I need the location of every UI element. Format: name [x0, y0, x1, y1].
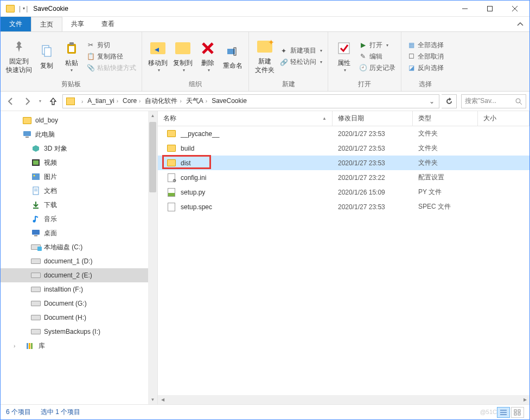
tab-file[interactable]: 文件: [1, 17, 31, 31]
pc-icon: [22, 130, 32, 139]
newfolder-icon: ✦: [256, 38, 273, 55]
newitem-button[interactable]: ✦新建项目: [279, 46, 322, 55]
scroll-down[interactable]: ▼: [148, 395, 157, 404]
copy-button[interactable]: 复制: [34, 36, 59, 77]
tab-view[interactable]: 查看: [93, 17, 123, 31]
copyto-button[interactable]: 复制到: [170, 36, 195, 77]
tree-item[interactable]: 此电脑: [1, 127, 157, 141]
scroll-thumb[interactable]: [149, 122, 156, 192]
tree-item[interactable]: 文档: [1, 184, 157, 198]
moveto-button[interactable]: 移动到: [145, 36, 170, 77]
svg-rect-38: [518, 413, 520, 415]
tree-item[interactable]: ›库: [1, 339, 157, 353]
crumb-root-chev[interactable]: ›: [77, 98, 85, 105]
recent-dropdown[interactable]: ▾: [36, 94, 44, 108]
scroll-left[interactable]: ◀: [158, 397, 167, 402]
easyaccess-button[interactable]: 🔗轻松访问: [279, 57, 322, 67]
svg-rect-5: [44, 48, 51, 56]
edit-button[interactable]: ✎编辑: [359, 52, 395, 61]
paste-icon: [63, 40, 80, 57]
file-row[interactable]: dist2020/1/27 23:53文件夹: [158, 156, 529, 170]
rename-button[interactable]: 重命名: [220, 36, 245, 77]
file-row[interactable]: __pycache__2020/1/27 23:53文件夹: [158, 126, 529, 141]
file-row[interactable]: build2020/1/27 23:53文件夹: [158, 141, 529, 156]
tree-item[interactable]: Document (H:): [1, 311, 157, 325]
breadcrumb-item[interactable]: SaveCookie: [209, 97, 249, 105]
selectall-button[interactable]: ▦全部选择: [407, 41, 444, 50]
file-row[interactable]: ⚙config.ini2020/1/27 23:22配置设置: [158, 170, 529, 185]
scroll-up[interactable]: ▲: [148, 111, 157, 120]
tree-item[interactable]: old_boy: [1, 113, 157, 127]
tree-item[interactable]: 图片: [1, 170, 157, 184]
svg-rect-29: [27, 343, 28, 349]
tree-item[interactable]: document_1 (D:): [1, 254, 157, 268]
newfolder-button[interactable]: ✦新建 文件夹: [252, 36, 277, 77]
drive-icon: [31, 313, 41, 322]
header-date[interactable]: 修改日期: [333, 111, 413, 126]
selected-count: 选中 1 个项目: [41, 408, 80, 417]
refresh-button[interactable]: [442, 94, 457, 108]
selectnone-icon: ☐: [407, 52, 416, 61]
selectnone-button[interactable]: ☐全部取消: [407, 52, 444, 61]
tab-share[interactable]: 共享: [62, 17, 93, 31]
tree-item[interactable]: 音乐: [1, 212, 157, 226]
paste-button[interactable]: 粘贴▾: [59, 36, 84, 77]
svg-rect-35: [514, 410, 516, 412]
icons-view-button[interactable]: [511, 407, 524, 418]
expand-icon[interactable]: ›: [14, 343, 20, 349]
details-view-button[interactable]: [497, 407, 510, 418]
copypath-button[interactable]: 📋复制路径: [86, 52, 136, 61]
tab-home[interactable]: 主页: [31, 17, 62, 31]
header-type[interactable]: 类型: [413, 111, 478, 126]
tree-item[interactable]: 下载: [1, 198, 157, 212]
header-size[interactable]: 大小: [478, 111, 529, 126]
drive-icon: [31, 271, 41, 280]
cut-button[interactable]: ✂剪切: [86, 41, 136, 50]
pin-quickaccess-button[interactable]: 固定到 快速访问: [4, 36, 34, 77]
breadcrumb-item[interactable]: A_tian_yi›: [85, 97, 120, 105]
close-button[interactable]: [502, 1, 527, 17]
edit-icon: ✎: [359, 52, 367, 61]
breadcrumb-item[interactable]: Core›: [120, 97, 143, 105]
tree-item[interactable]: Document (G:): [1, 296, 157, 311]
properties-button[interactable]: 属性: [331, 36, 356, 77]
folder-icon: [22, 116, 32, 125]
invert-button[interactable]: ◪反向选择: [407, 63, 444, 73]
maximize-button[interactable]: [477, 1, 502, 17]
file-row[interactable]: setup.py2020/1/26 15:09PY 文件: [158, 185, 529, 199]
address-bar[interactable]: › A_tian_yi›Core›自动化软件›天气A›SaveCookie ⌄: [62, 94, 439, 108]
delete-button[interactable]: 删除: [195, 36, 220, 77]
file-row[interactable]: setup.spec2020/1/27 23:53SPEC 文件: [158, 199, 529, 214]
address-dropdown[interactable]: ⌄: [426, 98, 438, 105]
copy-icon: [38, 42, 55, 60]
open-button[interactable]: ▶打开: [359, 41, 395, 50]
svg-rect-30: [29, 343, 30, 349]
history-button[interactable]: 🕘历史记录: [359, 63, 395, 73]
watermark: @51C: [480, 409, 497, 415]
horizontal-scrollbar[interactable]: ◀▶: [158, 395, 529, 404]
minimize-button[interactable]: [452, 1, 477, 17]
tree-item[interactable]: 视频: [1, 156, 157, 170]
tree-item[interactable]: SystemBackups (I:): [1, 325, 157, 339]
svg-rect-1: [488, 6, 493, 11]
video-icon: [31, 158, 41, 167]
breadcrumb-item[interactable]: 天气A›: [184, 97, 209, 105]
scroll-right[interactable]: ▶: [520, 397, 529, 402]
breadcrumb-item[interactable]: 自动化软件›: [143, 97, 183, 105]
tree-scrollbar[interactable]: ▲ ▼: [148, 111, 157, 404]
tree-item[interactable]: installtion (F:): [1, 282, 157, 296]
tree-item[interactable]: 本地磁盘 (C:): [1, 240, 157, 254]
file-list[interactable]: __pycache__2020/1/27 23:53文件夹build2020/1…: [158, 126, 529, 395]
header-name[interactable]: 名称▲: [158, 111, 333, 126]
up-button[interactable]: [46, 94, 60, 108]
forward-button[interactable]: [20, 94, 34, 108]
tree-item[interactable]: document_2 (E:): [1, 268, 157, 282]
nav-tree[interactable]: old_boy此电脑3D 对象视频图片文档下载音乐桌面本地磁盘 (C:)docu…: [1, 111, 158, 404]
tree-item[interactable]: 桌面: [1, 226, 157, 240]
tree-item[interactable]: 3D 对象: [1, 141, 157, 156]
search-input[interactable]: 搜索"Sav...: [461, 94, 526, 108]
qat-dropdown[interactable]: ▾: [23, 6, 25, 11]
paste-shortcut-button[interactable]: 📎粘贴快捷方式: [86, 63, 136, 73]
back-button[interactable]: [4, 94, 18, 108]
collapse-ribbon-button[interactable]: [511, 17, 529, 31]
